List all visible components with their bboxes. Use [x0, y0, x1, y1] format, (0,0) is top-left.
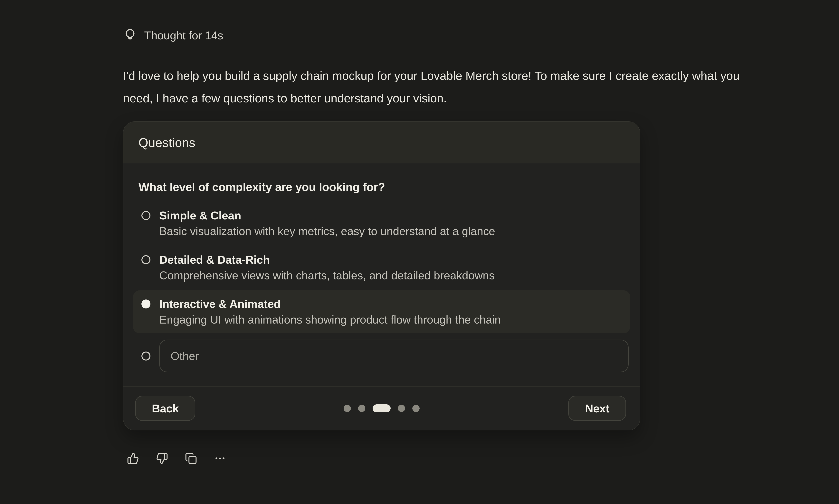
questions-card-footer: Back Next	[123, 386, 640, 430]
thought-label: Thought for 14s	[144, 29, 223, 42]
copy-button[interactable]	[185, 452, 197, 465]
thumbs-up-button[interactable]	[127, 452, 139, 465]
questions-card-header: Questions	[123, 122, 640, 163]
option-label: Simple & Clean	[159, 208, 495, 223]
pagination-dot	[358, 405, 365, 412]
thought-summary[interactable]: Thought for 14s	[123, 28, 223, 43]
more-icon	[214, 452, 226, 465]
option-text: Simple & Clean Basic visualization with …	[159, 208, 495, 239]
back-button[interactable]: Back	[135, 396, 195, 421]
option-description: Comprehensive views with charts, tables,…	[159, 268, 495, 283]
option-description: Engaging UI with animations showing prod…	[159, 312, 501, 327]
card-title: Questions	[139, 136, 195, 150]
pagination-dot	[344, 405, 351, 412]
lightbulb-icon	[123, 28, 137, 43]
option-text: Interactive & Animated Engaging UI with …	[159, 296, 501, 327]
thumbs-down-button[interactable]	[156, 452, 168, 465]
assistant-message: I'd love to help you build a supply chai…	[123, 65, 740, 110]
question-text: What level of complexity are you looking…	[139, 179, 625, 195]
radio-icon[interactable]	[141, 352, 151, 361]
thumbs-down-icon	[156, 452, 168, 465]
more-options-button[interactable]	[214, 452, 226, 465]
options-list: Simple & Clean Basic visualization with …	[133, 202, 630, 377]
pagination-dot-active	[372, 404, 390, 412]
radio-icon[interactable]	[141, 255, 151, 264]
option-other[interactable]	[133, 335, 630, 377]
option-detailed-data-rich[interactable]: Detailed & Data-Rich Comprehensive views…	[133, 246, 630, 289]
message-actions	[127, 452, 226, 465]
option-simple-clean[interactable]: Simple & Clean Basic visualization with …	[133, 202, 630, 245]
next-button[interactable]: Next	[568, 396, 626, 421]
option-interactive-animated[interactable]: Interactive & Animated Engaging UI with …	[133, 290, 630, 333]
option-text: Detailed & Data-Rich Comprehensive views…	[159, 252, 495, 283]
questions-card: Questions What level of complexity are y…	[123, 121, 640, 430]
radio-icon-selected[interactable]	[141, 300, 151, 308]
other-option-input[interactable]	[159, 340, 629, 372]
questions-card-body: What level of complexity are you looking…	[123, 163, 640, 377]
thumbs-up-icon	[127, 452, 139, 465]
pagination-dot	[398, 405, 405, 412]
option-description: Basic visualization with key metrics, ea…	[159, 223, 495, 239]
option-label: Interactive & Animated	[159, 296, 501, 312]
option-label: Detailed & Data-Rich	[159, 252, 495, 268]
radio-icon[interactable]	[141, 211, 151, 220]
pagination-dot	[412, 405, 420, 412]
copy-icon	[185, 452, 197, 465]
pagination-dots	[344, 404, 420, 412]
